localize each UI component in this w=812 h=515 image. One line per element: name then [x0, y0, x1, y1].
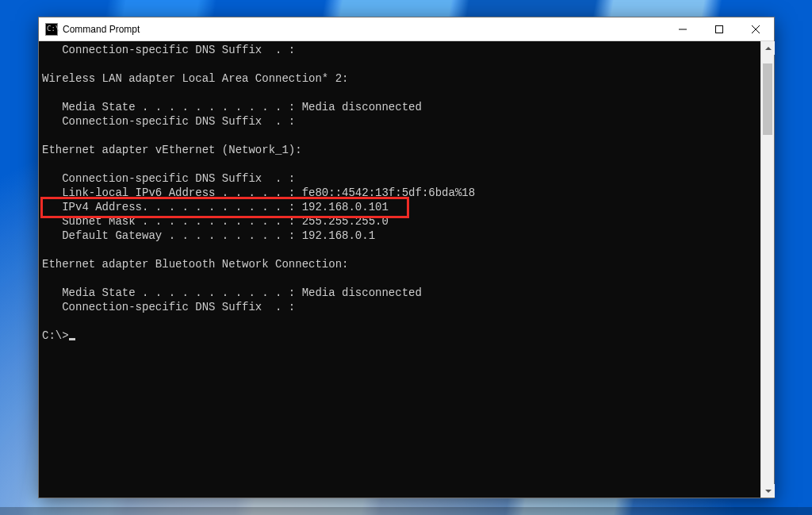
console-line: Ethernet adapter vEthernet (Network_1): — [42, 143, 760, 157]
console-line: Media State . . . . . . . . . . . : Medi… — [42, 286, 760, 300]
text-cursor — [69, 338, 75, 340]
console-line: IPv4 Address. . . . . . . . . . . : 192.… — [42, 200, 760, 214]
command-prompt-window: C:\ Command Prompt Connection-specific D… — [38, 17, 775, 498]
svg-rect-0 — [716, 25, 723, 33]
console-line: Connection-specific DNS Suffix . : — [42, 43, 760, 57]
console-line: Connection-specific DNS Suffix . : — [42, 300, 760, 314]
console-line — [42, 57, 760, 71]
console-line: Subnet Mask . . . . . . . . . . . : 255.… — [42, 214, 760, 229]
console-line — [42, 314, 760, 329]
console-line: Connection-specific DNS Suffix . : — [42, 114, 760, 129]
chevron-up-icon — [765, 45, 772, 52]
close-icon — [752, 25, 760, 33]
console-line: Media State . . . . . . . . . . . : Medi… — [42, 100, 760, 114]
console-line — [42, 157, 760, 171]
console-output[interactable]: Connection-specific DNS Suffix . : Wirel… — [39, 41, 760, 498]
chevron-down-icon — [765, 488, 772, 494]
prompt-text: C:\> — [42, 329, 69, 342]
command-prompt-icon: C:\ — [45, 23, 58, 36]
console-prompt[interactable]: C:\> — [42, 329, 760, 343]
scrollbar-down-button[interactable] — [761, 484, 775, 498]
console-line — [42, 271, 760, 286]
console-line: Link-local IPv6 Address . . . . . : fe80… — [42, 186, 760, 200]
console-line — [42, 129, 760, 143]
scrollbar-up-button[interactable] — [761, 41, 775, 55]
minimize-button[interactable] — [665, 17, 701, 41]
taskbar[interactable] — [0, 507, 812, 515]
titlebar[interactable]: C:\ Command Prompt — [39, 17, 774, 41]
console-line — [42, 86, 760, 100]
client-area: Connection-specific DNS Suffix . : Wirel… — [39, 41, 774, 498]
console-line — [42, 243, 760, 257]
console-line: Ethernet adapter Bluetooth Network Conne… — [42, 257, 760, 271]
maximize-icon — [715, 25, 723, 33]
vertical-scrollbar[interactable] — [760, 41, 774, 498]
window-title: Command Prompt — [63, 24, 140, 35]
close-button[interactable] — [737, 17, 774, 41]
minimize-icon — [679, 25, 687, 33]
maximize-button[interactable] — [701, 17, 737, 41]
console-line: Default Gateway . . . . . . . . . : 192.… — [42, 229, 760, 243]
console-line: Connection-specific DNS Suffix . : — [42, 171, 760, 186]
scrollbar-thumb[interactable] — [763, 63, 772, 135]
console-line: Wireless LAN adapter Local Area Connecti… — [42, 71, 760, 86]
